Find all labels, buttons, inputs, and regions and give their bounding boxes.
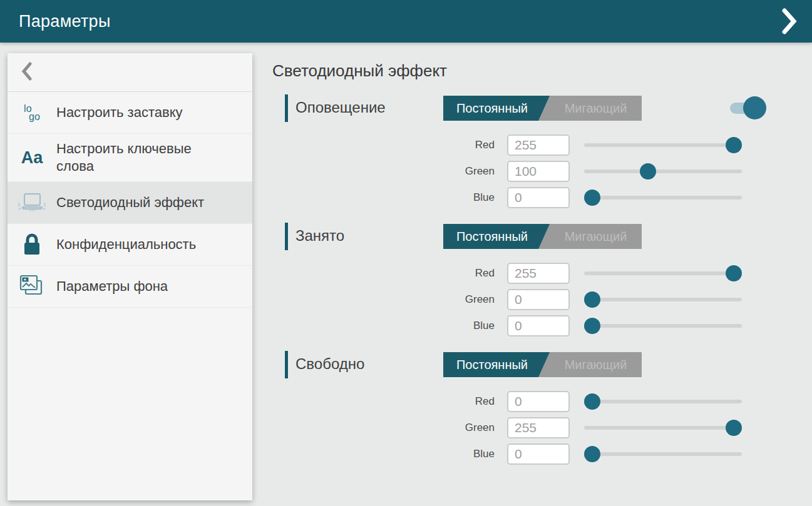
slider-thumb[interactable]	[584, 446, 600, 462]
section-title: Оповещение	[296, 99, 386, 116]
mode-option-blinking[interactable]: Мигающий	[550, 352, 642, 377]
green-channel-row: Green	[272, 289, 767, 310]
blue-label: Blue	[272, 315, 495, 336]
sidebar-item-label: Настроить заставку	[56, 98, 194, 128]
toggle-knob	[743, 96, 766, 119]
mode-option-blinking[interactable]: Мигающий	[550, 224, 642, 249]
slider-thumb[interactable]	[726, 420, 742, 436]
led-screen-icon	[8, 191, 56, 215]
slider-track	[584, 452, 742, 456]
lock-icon	[8, 232, 56, 257]
sidebar-item-keywords[interactable]: Aa Настроить ключевые слова	[8, 134, 252, 182]
mode-option-constant[interactable]: Постоянный	[443, 352, 550, 377]
sidebar-item-led-effect[interactable]: Светодиодный эффект	[8, 182, 252, 224]
slider-track	[584, 324, 742, 328]
sidebar-item-privacy[interactable]: Конфиденциальность	[8, 224, 252, 266]
blue-channel-row: Blue	[272, 187, 767, 208]
section-busy: Занято Постоянный Мигающий Red Green	[272, 223, 812, 336]
slider-track	[584, 143, 742, 147]
top-app-bar: Параметры	[0, 0, 812, 43]
green-value-input[interactable]	[507, 417, 570, 438]
red-label: Red	[272, 391, 495, 412]
green-label: Green	[272, 289, 495, 310]
chevron-right-icon[interactable]	[777, 9, 802, 34]
blue-value-input[interactable]	[507, 443, 570, 465]
slider-track	[584, 426, 742, 430]
green-label: Green	[272, 417, 495, 438]
mode-segmented-control: Постоянный Мигающий	[443, 352, 642, 377]
green-slider[interactable]	[584, 417, 742, 438]
keywords-icon: Aa	[8, 149, 56, 166]
slider-thumb[interactable]	[640, 163, 656, 180]
section-accent-bar	[285, 94, 288, 122]
slider-thumb[interactable]	[584, 318, 600, 334]
section-header: Свободно Постоянный Мигающий	[272, 351, 812, 378]
sidebar-item-label: Конфиденциальность	[56, 230, 207, 260]
section-notification: Оповещение Постоянный Мигающий Red	[272, 94, 812, 208]
slider-thumb[interactable]	[584, 190, 600, 206]
green-slider[interactable]	[584, 161, 742, 182]
red-slider[interactable]	[584, 263, 742, 284]
red-value-input[interactable]	[507, 391, 570, 412]
chevron-left-icon	[21, 62, 33, 83]
slider-track	[584, 271, 742, 275]
mode-option-constant[interactable]: Постоянный	[443, 224, 550, 249]
mode-segmented-control: Постоянный Мигающий	[443, 96, 642, 121]
notification-toggle-switch[interactable]	[730, 96, 766, 119]
slider-track	[584, 170, 742, 173]
blue-value-input[interactable]	[507, 187, 570, 208]
sidebar-item-label: Параметры фона	[56, 271, 179, 301]
blue-channel-row: Blue	[272, 443, 767, 465]
green-slider[interactable]	[584, 289, 742, 310]
red-channel-row: Red	[272, 391, 767, 412]
sidebar-item-background[interactable]: Параметры фона	[8, 266, 252, 308]
green-label: Green	[272, 161, 495, 182]
logo-icon-text-bottom: go	[29, 113, 40, 121]
slider-thumb[interactable]	[584, 291, 600, 308]
red-channel-row: Red	[272, 263, 767, 284]
green-channel-row: Green	[272, 417, 767, 438]
main-content: Светодиодный эффект Оповещение Постоянны…	[252, 43, 812, 506]
red-slider[interactable]	[584, 391, 742, 412]
slider-thumb[interactable]	[726, 137, 742, 153]
slider-track	[584, 298, 742, 301]
green-channel-row: Green	[272, 161, 767, 182]
blue-value-input[interactable]	[507, 315, 570, 336]
sidebar-item-label: Настроить ключевые слова	[56, 134, 238, 181]
page-title: Светодиодный эффект	[272, 61, 812, 81]
blue-label: Blue	[272, 443, 495, 465]
app-title: Параметры	[19, 12, 111, 31]
mode-option-constant[interactable]: Постоянный	[443, 96, 550, 121]
section-title: Занято	[296, 227, 344, 245]
slider-track	[584, 400, 742, 403]
sidebar: lo go Настроить заставку Aa Настроить кл…	[0, 43, 252, 506]
sidebar-item-label: Светодиодный эффект	[56, 188, 215, 218]
red-channel-row: Red	[272, 134, 767, 156]
red-label: Red	[272, 134, 495, 156]
slider-track	[584, 196, 742, 200]
blue-channel-row: Blue	[272, 315, 767, 336]
mode-option-blinking[interactable]: Мигающий	[550, 96, 642, 121]
slider-thumb[interactable]	[584, 393, 600, 410]
blue-slider[interactable]	[584, 443, 742, 465]
red-label: Red	[272, 263, 495, 284]
red-value-input[interactable]	[507, 134, 570, 156]
sidebar-back-button[interactable]	[8, 53, 252, 92]
section-accent-bar	[285, 223, 288, 250]
red-value-input[interactable]	[507, 263, 570, 284]
green-value-input[interactable]	[507, 289, 570, 310]
sidebar-item-screensaver[interactable]: lo go Настроить заставку	[8, 92, 252, 134]
section-header: Занято Постоянный Мигающий	[272, 223, 812, 250]
logo-icon: lo go	[8, 104, 56, 121]
blue-slider[interactable]	[584, 187, 742, 208]
section-title: Свободно	[296, 355, 364, 373]
red-slider[interactable]	[584, 134, 742, 156]
blue-slider[interactable]	[584, 315, 742, 336]
green-value-input[interactable]	[507, 161, 570, 182]
section-free: Свободно Постоянный Мигающий Red Green	[272, 351, 812, 465]
section-header: Оповещение Постоянный Мигающий	[272, 94, 812, 122]
section-accent-bar	[285, 351, 288, 378]
background-images-icon	[8, 274, 56, 299]
keywords-icon-text: Aa	[21, 149, 43, 166]
slider-thumb[interactable]	[726, 265, 742, 281]
